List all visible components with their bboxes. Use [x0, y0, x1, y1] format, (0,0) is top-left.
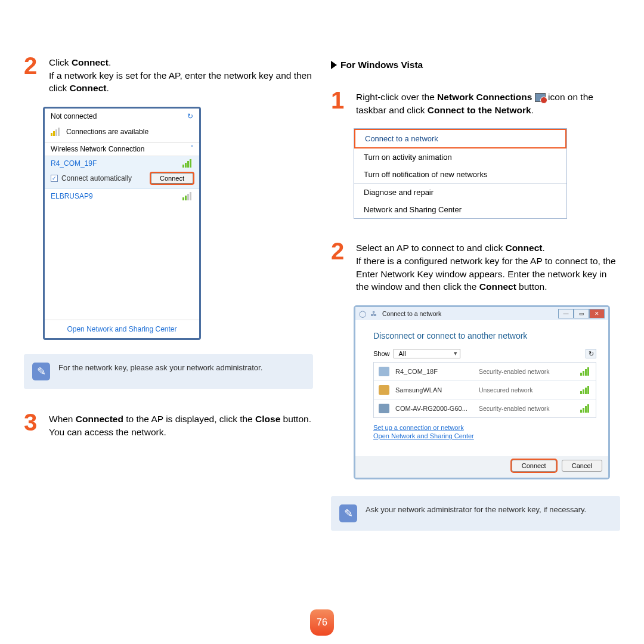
text: Click	[49, 57, 72, 67]
network-security: Security-enabled network	[479, 405, 574, 412]
connect-button[interactable]: Connect	[512, 460, 556, 472]
connect-row: ✓ Connect automatically Connect	[45, 171, 199, 189]
signal-icon	[182, 159, 193, 168]
menu-item-activity[interactable]: Turn on activity animation	[354, 148, 566, 166]
step2-line2: If a network key is set for the AP, ente…	[49, 69, 313, 95]
heading-text: For Windows Vista	[340, 60, 423, 70]
show-dropdown[interactable]: All	[394, 349, 460, 358]
network-icon	[379, 385, 389, 395]
step-2-left: 2 Click Connect. If a network key is set…	[24, 54, 313, 95]
network-icon	[379, 404, 389, 413]
vista-connect-window: ◯ 🖧 Connect to a network — ▭ ✕ Disconnec…	[354, 305, 610, 479]
network-name: R4_COM_19F	[51, 159, 97, 168]
network-item[interactable]: ELBRUSAP9	[45, 189, 199, 203]
note-text: For the network key, please ask your net…	[58, 363, 305, 380]
network-security: Unsecured network	[479, 386, 574, 394]
text: button.	[280, 414, 311, 424]
text-bold: Connect	[479, 281, 516, 292]
maximize-button[interactable]: ▭	[574, 309, 589, 318]
step-number: 2	[331, 239, 350, 293]
text: Select an AP to connect to and click	[356, 243, 505, 253]
window-title: Connect to a network	[382, 310, 441, 317]
refresh-icon[interactable]: ↻	[586, 349, 596, 358]
text: When	[49, 414, 76, 424]
vista-heading: For Windows Vista	[331, 60, 620, 70]
vista-context-menu: Connect to a network Turn on activity an…	[354, 128, 567, 219]
network-row[interactable]: SamsungWLAN Unsecured network	[374, 381, 596, 400]
connect-automatically-checkbox[interactable]: ✓	[51, 175, 58, 182]
network-security: Security-enabled network	[479, 368, 574, 375]
cancel-button[interactable]: Cancel	[562, 460, 602, 472]
signal-icon	[51, 128, 61, 136]
network-row[interactable]: R4_COM_18F Security-enabled network	[374, 363, 596, 381]
step3-text: When Connected to the AP is displayed, c…	[49, 413, 313, 426]
network-name: R4_COM_18F	[395, 368, 473, 375]
network-icon	[379, 367, 389, 376]
page-number: 76	[310, 609, 334, 636]
win7-network-popup: Not connected ↻ Connections are availabl…	[43, 107, 201, 340]
text-bold: Connect	[72, 57, 109, 67]
window-titlebar: ◯ 🖧 Connect to a network — ▭ ✕	[355, 307, 608, 320]
pencil-icon: ✎	[32, 363, 50, 380]
menu-item-notification[interactable]: Turn off notification of new networks	[354, 166, 566, 183]
text: .	[106, 83, 109, 93]
step1-text: Right-click over the Network Connections…	[356, 91, 620, 116]
signal-icon	[580, 386, 591, 394]
menu-item-diagnose[interactable]: Diagnose and repair	[354, 183, 566, 201]
globe-icon: 🖧	[371, 310, 377, 317]
menu-item-connect[interactable]: Connect to a network	[354, 129, 566, 148]
pencil-icon: ✎	[339, 504, 357, 522]
text: .	[531, 105, 534, 115]
network-name: COM-AV-RG2000-G60...	[395, 405, 473, 412]
note-text: Ask your network administrator for the n…	[366, 504, 612, 522]
text: to the AP is displayed, click the	[123, 414, 255, 424]
open-sharing-center-link[interactable]: Open Network and Sharing Center	[373, 432, 596, 439]
text-bold: Connect to the Network	[428, 105, 531, 115]
network-connections-icon	[535, 93, 546, 102]
step2r-para: If there is a configured network key for…	[356, 255, 620, 293]
text: .	[542, 243, 544, 253]
triangle-icon	[331, 61, 337, 69]
signal-icon	[580, 404, 591, 413]
step-2-right: 2 Select an AP to connect to and click C…	[331, 239, 620, 293]
step-number: 3	[24, 410, 43, 438]
minimize-button[interactable]: —	[558, 309, 574, 318]
back-icon[interactable]: ◯	[359, 310, 366, 317]
note-box: ✎ For the network key, please ask your n…	[24, 354, 313, 389]
text: Right-click over the	[356, 92, 437, 102]
step-number: 1	[331, 88, 350, 116]
network-list: R4_COM_18F Security-enabled network Sams…	[373, 362, 596, 418]
window-heading: Disconnect or connect to another network	[373, 331, 596, 340]
step2-text: Click Connect.	[49, 56, 313, 69]
step-1-right: 1 Right-click over the Network Connectio…	[331, 88, 620, 116]
network-item-selected[interactable]: R4_COM_19F	[45, 156, 199, 171]
refresh-icon[interactable]: ↻	[187, 112, 193, 120]
show-label: Show	[373, 350, 390, 357]
network-row[interactable]: COM-AV-RG2000-G60... Security-enabled ne…	[374, 400, 596, 417]
network-name: ELBRUSAP9	[51, 192, 93, 200]
text: button.	[516, 281, 547, 292]
network-name: SamsungWLAN	[395, 386, 473, 394]
step-3-left: 3 When Connected to the AP is displayed,…	[24, 410, 313, 438]
text-bold: Close	[255, 414, 280, 424]
connect-automatically-label: Connect automatically	[61, 174, 132, 182]
connect-button[interactable]: Connect	[151, 173, 193, 184]
setup-connection-link[interactable]: Set up a connection or network	[373, 424, 596, 431]
open-network-center-link[interactable]: Open Network and Sharing Center	[45, 320, 199, 338]
note-box: ✎ Ask your network administrator for the…	[331, 496, 620, 531]
not-connected-label: Not connected	[51, 112, 97, 120]
signal-icon	[580, 367, 591, 376]
menu-item-sharing-center[interactable]: Network and Sharing Center	[354, 201, 566, 218]
signal-icon	[182, 192, 193, 200]
wireless-section-header: Wireless Network Connection	[51, 145, 144, 153]
text-bold: Connect	[69, 83, 106, 93]
step2r-line1: Select an AP to connect to and click Con…	[356, 242, 620, 255]
text-bold: Connect	[505, 243, 542, 253]
step-number: 2	[24, 54, 43, 95]
text: .	[109, 57, 111, 67]
text-bold: Connected	[76, 414, 123, 424]
chevron-up-icon[interactable]: ˆ	[191, 145, 193, 153]
connections-available-label: Connections are available	[66, 128, 148, 136]
close-button[interactable]: ✕	[589, 309, 605, 318]
step3-line2: You can access the network.	[49, 426, 313, 439]
